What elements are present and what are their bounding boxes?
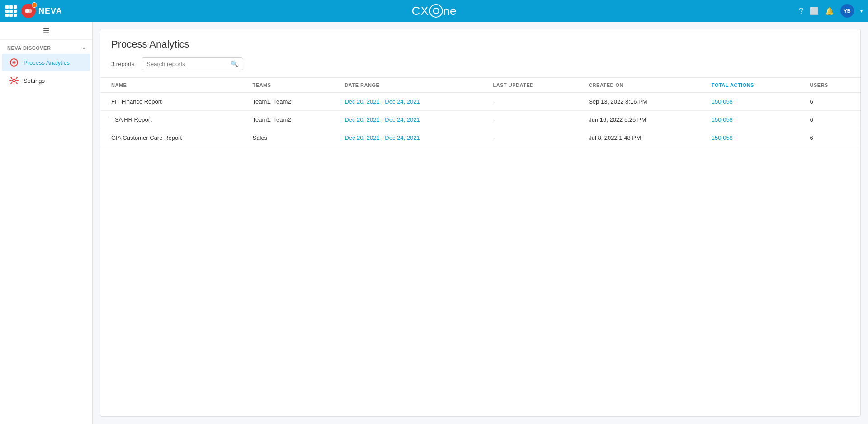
user-avatar[interactable]: YB: [840, 4, 854, 18]
cell-teams-0: Team1, Team2: [242, 93, 334, 111]
reports-table: NAME TEAMS DATE RANGE LAST UPDATED CREAT…: [100, 78, 860, 147]
cell-created-on-1: Jun 16, 2022 5:25 PM: [578, 111, 701, 129]
svg-point-4: [13, 62, 15, 63]
col-total-actions: TOTAL ACTIONS: [701, 78, 799, 93]
nav-right: ? ⬜ 🔔 YB ▾: [799, 4, 863, 18]
app-body: ☰ NEVA DISCOVER ▾ Process Analytics: [0, 22, 868, 424]
page-container: Process Analytics 3 reports 🔍 NAME TEAMS: [100, 29, 861, 417]
table-row[interactable]: GIA Customer Care Report Sales Dec 20, 2…: [100, 129, 860, 147]
col-created-on: CREATED ON: [578, 78, 701, 93]
cxone-inner-circle: [433, 8, 439, 14]
col-last-updated: LAST UPDATED: [482, 78, 578, 93]
cell-users-0: 6: [799, 93, 860, 111]
cell-date-range-1: Dec 20, 2021 - Dec 24, 2021: [334, 111, 482, 129]
cx-text: CX: [411, 4, 429, 18]
cell-name-1: TSA HR Report: [100, 111, 242, 129]
sidebar-section-label: NEVA DISCOVER: [7, 45, 51, 51]
cxone-circle: [429, 4, 443, 18]
neva-logo: NEVA: [21, 4, 62, 18]
cell-created-on-2: Jul 8, 2022 1:48 PM: [578, 129, 701, 147]
col-date-range: DATE RANGE: [334, 78, 482, 93]
one-text: ne: [443, 4, 457, 18]
cxone-logo: CX ne: [411, 4, 456, 18]
svg-point-1: [28, 9, 32, 13]
col-name: NAME: [100, 78, 242, 93]
sidebar: ☰ NEVA DISCOVER ▾ Process Analytics: [0, 22, 93, 424]
page-title: Process Analytics: [111, 38, 849, 50]
screen-icon[interactable]: ⬜: [810, 7, 819, 15]
cell-total-actions-2: 150,058: [701, 129, 799, 147]
cell-teams-1: Team1, Team2: [242, 111, 334, 129]
sidebar-chevron-icon: ▾: [83, 46, 85, 51]
user-dropdown-arrow[interactable]: ▾: [860, 9, 863, 14]
cell-date-range-0: Dec 20, 2021 - Dec 24, 2021: [334, 93, 482, 111]
settings-icon: [9, 76, 19, 86]
cell-created-on-0: Sep 13, 2022 8:16 PM: [578, 93, 701, 111]
process-analytics-icon: [9, 57, 19, 67]
reports-count: 3 reports: [111, 61, 134, 67]
search-box[interactable]: 🔍: [142, 57, 243, 70]
neva-logo-icon: [21, 4, 36, 18]
search-icon: 🔍: [231, 60, 238, 67]
cxone-logo-container: CX ne: [411, 4, 456, 18]
cell-date-range-2: Dec 20, 2021 - Dec 24, 2021: [334, 129, 482, 147]
svg-point-5: [13, 79, 15, 82]
search-input[interactable]: [146, 61, 228, 67]
cell-users-1: 6: [799, 111, 860, 129]
cell-teams-2: Sales: [242, 129, 334, 147]
grid-menu-icon[interactable]: [5, 5, 17, 17]
cell-name-2: GIA Customer Care Report: [100, 129, 242, 147]
cell-total-actions-1: 150,058: [701, 111, 799, 129]
col-teams: TEAMS: [242, 78, 334, 93]
neva-logo-text: NEVA: [38, 6, 62, 16]
sidebar-item-label-process-analytics: Process Analytics: [24, 59, 70, 66]
help-icon[interactable]: ?: [799, 6, 803, 16]
sidebar-item-process-analytics[interactable]: Process Analytics: [2, 54, 90, 71]
table-header-row: NAME TEAMS DATE RANGE LAST UPDATED CREAT…: [100, 78, 860, 93]
table-container: NAME TEAMS DATE RANGE LAST UPDATED CREAT…: [100, 78, 860, 416]
sidebar-toggle[interactable]: ☰: [0, 22, 92, 40]
sidebar-item-label-settings: Settings: [24, 77, 45, 84]
hamburger-icon: ☰: [43, 26, 49, 35]
sidebar-item-settings[interactable]: Settings: [2, 72, 90, 89]
sidebar-section-header[interactable]: NEVA DISCOVER ▾: [0, 40, 92, 53]
main-content: Process Analytics 3 reports 🔍 NAME TEAMS: [93, 22, 868, 424]
cell-last-updated-2: -: [482, 129, 578, 147]
nav-left: NEVA: [5, 4, 62, 18]
cell-last-updated-0: -: [482, 93, 578, 111]
reports-toolbar: 3 reports 🔍: [100, 50, 860, 78]
cell-name-0: FIT Finance Report: [100, 93, 242, 111]
table-row[interactable]: FIT Finance Report Team1, Team2 Dec 20, …: [100, 93, 860, 111]
page-header: Process Analytics: [100, 29, 860, 50]
col-users: USERS: [799, 78, 860, 93]
cell-users-2: 6: [799, 129, 860, 147]
bell-icon[interactable]: 🔔: [825, 7, 834, 15]
top-nav: NEVA CX ne ? ⬜ 🔔 YB ▾: [0, 0, 868, 22]
table-row[interactable]: TSA HR Report Team1, Team2 Dec 20, 2021 …: [100, 111, 860, 129]
cell-last-updated-1: -: [482, 111, 578, 129]
cell-total-actions-0: 150,058: [701, 93, 799, 111]
